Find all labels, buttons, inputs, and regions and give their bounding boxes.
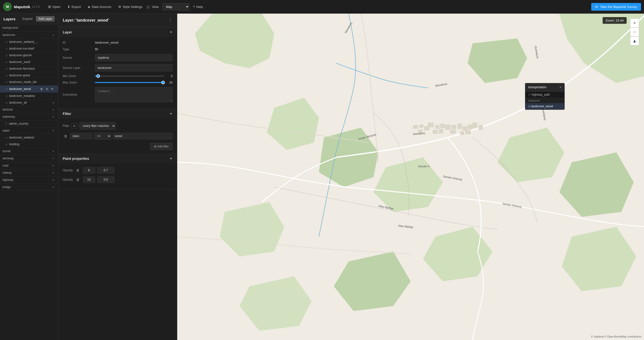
layer-name: building [9,142,54,146]
svg-rect-34 [479,125,483,130]
zoom-badge: Zoom: 15.44 [602,17,627,24]
survey-button[interactable]: ✉ Take the Maputnik Survey [591,3,641,11]
map-popup: transportation × ✓ highway_path landcove… [525,83,565,110]
popup-section-landcover: landcover [525,98,564,103]
help-label: Help [196,5,203,9]
data-sources-icon: ◈ [88,5,90,9]
paint-delete-button-1[interactable]: 🗑 [75,168,81,173]
paint-num-2[interactable] [83,176,95,183]
zoom-out-button[interactable]: − [630,28,639,36]
hidden-icon: ⊘ [52,101,54,104]
map-area[interactable]: Mandøvej Mandøvej Mandøvej Vester Bjergv… [177,14,644,340]
logo-icon: M [3,2,12,11]
sidebar-item-building[interactable]: ◇ building [0,141,58,148]
sidebar-list: background landcover ▲ ◇ landcover_wetla… [0,24,58,340]
sidebar-item-landcover_meadow[interactable]: ◇ landcover_meadow [0,93,58,99]
sidebar-header: Layers Expand Add Layer [0,14,58,24]
popup-item-landcover_wood[interactable]: ◇ landcover_wood [525,103,564,110]
paint-num-1[interactable] [83,167,95,174]
source-layer-input[interactable] [95,64,172,71]
max-zoom-thumb[interactable] [161,81,165,84]
layer-section-header[interactable]: Layer ▼ [58,27,177,37]
sidebar-item-landcover-glacier[interactable]: ◇ landcover-glacier [0,52,58,59]
layer-name: landcover_wetland_... [9,40,54,44]
data-sources-button[interactable]: ◈ Data Sources [84,3,115,11]
sidebar-item-landcover_wetland[interactable]: ◇ landcover_wetland [0,134,58,141]
min-zoom-label: Min Zoom [63,74,95,78]
sidebar-group-waterway[interactable]: waterway ▼ [0,113,58,120]
svg-rect-25 [446,125,450,130]
sidebar-item-landcover-ice-shelf[interactable]: ◇ landcover-ice-shelf [0,45,58,52]
style-settings-button[interactable]: ⚙ Style Settings [115,3,146,11]
filter-type-select[interactable]: every filter matches any filter matches … [79,122,116,130]
tunnel-arrow-icon: ▼ [52,150,54,153]
sidebar-group-aeroway[interactable]: aeroway ▼ [0,155,58,162]
aeroway-arrow-icon: ▼ [52,157,54,160]
zoom-label: Zoom: 15.44 [606,18,624,22]
add-layer-button[interactable]: Add Layer [36,16,54,22]
svg-rect-20 [428,123,434,127]
panel-menu-button[interactable]: ⋮ [168,18,172,23]
layer-name: landcover_heath_klit [9,80,54,84]
layer-section-body: ID landcover_wood Type fill Source Sourc… [58,37,177,108]
layer-name: landcover_all [9,101,52,104]
help-icon: ? [193,5,194,9]
panel-header: Layer: 'landcover_wood' ⋮ [58,14,177,27]
sidebar-item-landcover_heath_klit[interactable]: ◇ landcover_heath_klit [0,79,58,86]
sidebar-group-landcover[interactable]: landcover ▲ [0,32,58,39]
layer-visibility-button[interactable]: 👁 [50,87,54,91]
condition-value-input[interactable] [113,133,172,139]
condition-field-input[interactable] [70,133,92,139]
view-select[interactable]: Map Split Editor [162,3,190,10]
filter-section-header[interactable]: Filter ▼ [58,109,177,119]
source-input[interactable] [95,54,172,61]
sidebar-item-landcover_wood[interactable]: ◇ landcover_wood 🗑 ⧉ 👁 [0,86,58,93]
sidebar-group-railway[interactable]: railway ▼ [0,169,58,176]
help-button[interactable]: ? Help [190,3,206,11]
popup-close-button[interactable]: × [560,85,562,89]
condition-delete-button[interactable]: 🗑 [63,133,69,139]
svg-rect-27 [450,130,456,134]
comments-textarea[interactable] [95,87,172,102]
railway-arrow-icon: ▼ [52,172,54,174]
app-version: v1.7.0 [32,5,40,8]
sidebar-group-highway[interactable]: highway ▼ [0,176,58,184]
paint-val-2[interactable] [97,176,114,183]
filter-section-body: Filter fx every filter matches any filte… [58,119,177,154]
sidebar-group-bridge[interactable]: bridge ▼ [0,184,58,191]
condition-op-select[interactable]: == != > < [94,132,111,140]
popup-item-highway_path[interactable]: ✓ highway_path [525,92,564,98]
layer-name: landcover-grass [9,74,54,77]
svg-text:Sønder K: Sønder K [418,165,430,168]
sidebar-group-road[interactable]: road ▼ [0,162,58,169]
sidebar-group-water[interactable]: water ▼ [0,127,58,134]
zoom-in-button[interactable]: + [630,18,639,28]
comments-row: Comments [63,87,172,102]
paint-section-header[interactable]: Paint properties ▼ [58,154,177,164]
layer-delete-button[interactable]: 🗑 [40,87,44,91]
add-filter-button[interactable]: ⊞ Add filter [150,143,172,150]
expand-button[interactable]: Expand [21,16,34,21]
sidebar-item-landcover_sand[interactable]: ◇ landcover_sand [0,59,58,66]
sidebar-item-landcover-farmland[interactable]: ◇ landcover-farmland [0,66,58,72]
paint-row-1: Opacity 🗑 [63,167,172,174]
road-label: road [2,164,8,167]
paint-val-1[interactable] [97,167,114,174]
min-zoom-thumb[interactable] [96,74,100,78]
layer-duplicate-button[interactable]: ⧉ [45,87,49,91]
sidebar-item-background[interactable]: background [0,24,58,32]
sidebar-item-landcover_wetland_[interactable]: ◇ landcover_wetland_... [0,39,58,45]
sidebar-item-landcover_all[interactable]: ◇ landcover_all ⊘ [0,99,58,106]
sidebar-item-landcover-grass[interactable]: ◇ landcover-grass [0,72,58,79]
popup-item-shape-icon: ◇ [528,104,531,108]
id-value: landcover_wood [95,41,172,44]
sidebar-group-landuse[interactable]: landuse ▼ [0,106,58,113]
filter-condition-row: 🗑 == != > < [63,132,172,140]
export-button[interactable]: ⬇ Export [64,3,84,11]
sidebar-item-admin_country[interactable]: ╱ admin_country [0,120,58,127]
compass-button[interactable]: ▲ [630,36,639,45]
fx-button[interactable]: fx [72,123,78,128]
paint-delete-button-2[interactable]: 🗑 [75,177,81,182]
sidebar-group-tunnel[interactable]: tunnel ▼ [0,148,58,155]
open-button[interactable]: ⊞ Open [44,3,64,11]
